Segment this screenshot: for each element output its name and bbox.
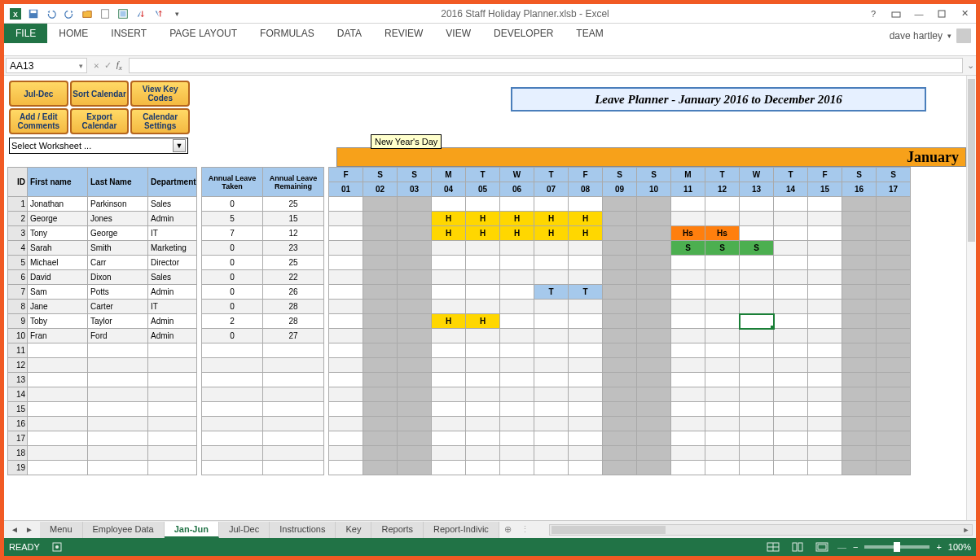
day-cell[interactable] bbox=[363, 314, 398, 329]
save-icon[interactable] bbox=[25, 6, 42, 22]
date-header[interactable]: 16 bbox=[842, 182, 877, 197]
day-cell[interactable] bbox=[329, 314, 363, 329]
day-cell[interactable] bbox=[603, 256, 637, 270]
day-cell[interactable] bbox=[637, 300, 671, 314]
day-cell[interactable] bbox=[329, 226, 363, 241]
day-cell[interactable] bbox=[808, 329, 842, 343]
day-cell[interactable] bbox=[534, 461, 569, 475]
day-cell[interactable] bbox=[774, 197, 808, 212]
day-cell[interactable] bbox=[705, 387, 740, 402]
day-cell[interactable] bbox=[671, 314, 705, 329]
day-cell[interactable] bbox=[603, 358, 637, 373]
day-cell[interactable]: Hs bbox=[671, 226, 705, 241]
day-cell[interactable] bbox=[534, 402, 569, 417]
day-cell[interactable] bbox=[432, 446, 466, 461]
day-cell[interactable] bbox=[774, 387, 808, 402]
sheet-tab-menu[interactable]: Menu bbox=[40, 522, 83, 538]
day-cell[interactable] bbox=[363, 402, 398, 417]
column-header[interactable]: Last Name bbox=[88, 168, 148, 197]
day-cell[interactable] bbox=[774, 358, 808, 373]
day-cell[interactable] bbox=[774, 417, 808, 431]
day-header[interactable]: T bbox=[705, 168, 740, 182]
day-cell[interactable] bbox=[329, 241, 363, 256]
day-cell[interactable] bbox=[877, 241, 911, 256]
formula-input[interactable] bbox=[129, 58, 963, 73]
first-name[interactable] bbox=[28, 358, 88, 373]
close-icon[interactable]: ✕ bbox=[953, 5, 976, 23]
redo-icon[interactable] bbox=[61, 6, 77, 22]
undo-icon[interactable] bbox=[43, 6, 59, 22]
day-cell[interactable] bbox=[500, 461, 534, 475]
day-cell[interactable] bbox=[603, 373, 637, 387]
day-cell[interactable] bbox=[740, 343, 774, 358]
day-cell[interactable] bbox=[398, 343, 432, 358]
day-cell[interactable] bbox=[363, 329, 398, 343]
day-cell[interactable] bbox=[329, 358, 363, 373]
leave-remaining[interactable] bbox=[263, 402, 324, 417]
fx-icon[interactable]: fx bbox=[116, 59, 122, 72]
day-header[interactable]: T bbox=[534, 168, 569, 182]
leave-remaining[interactable] bbox=[263, 461, 324, 475]
day-cell[interactable] bbox=[432, 358, 466, 373]
minimize-icon[interactable]: — bbox=[907, 5, 930, 23]
day-cell[interactable] bbox=[432, 461, 466, 475]
day-cell[interactable] bbox=[637, 329, 671, 343]
day-cell[interactable] bbox=[877, 256, 911, 270]
day-cell[interactable] bbox=[740, 373, 774, 387]
day-cell[interactable] bbox=[705, 373, 740, 387]
first-name[interactable] bbox=[28, 461, 88, 475]
day-cell[interactable] bbox=[877, 285, 911, 300]
leave-taken[interactable] bbox=[202, 373, 263, 387]
day-cell[interactable] bbox=[534, 417, 569, 431]
day-cell[interactable] bbox=[534, 329, 569, 343]
day-cell[interactable] bbox=[842, 329, 877, 343]
day-cell[interactable] bbox=[808, 212, 842, 226]
day-cell[interactable] bbox=[466, 329, 500, 343]
day-cell[interactable] bbox=[705, 431, 740, 446]
planner-grid[interactable]: IDFirst nameLast NameDepartmentAnnual Le… bbox=[7, 167, 966, 520]
preview-icon[interactable] bbox=[115, 6, 131, 22]
day-cell[interactable] bbox=[774, 285, 808, 300]
day-cell[interactable]: S bbox=[671, 241, 705, 256]
day-cell[interactable] bbox=[569, 387, 603, 402]
day-cell[interactable] bbox=[398, 431, 432, 446]
day-cell[interactable] bbox=[500, 343, 534, 358]
day-cell[interactable] bbox=[569, 329, 603, 343]
day-cell[interactable] bbox=[705, 270, 740, 285]
day-cell[interactable]: H bbox=[534, 212, 569, 226]
day-cell[interactable] bbox=[705, 402, 740, 417]
sheet-tab-key[interactable]: Key bbox=[336, 522, 371, 538]
day-cell[interactable] bbox=[637, 358, 671, 373]
calendar-settings-button[interactable]: Calendar Settings bbox=[130, 108, 190, 134]
day-cell[interactable] bbox=[808, 343, 842, 358]
cancel-fx-icon[interactable]: ✕ bbox=[94, 60, 99, 71]
enter-fx-icon[interactable]: ✓ bbox=[104, 60, 112, 71]
day-cell[interactable] bbox=[363, 431, 398, 446]
day-cell[interactable] bbox=[808, 431, 842, 446]
day-cell[interactable] bbox=[808, 387, 842, 402]
day-cell[interactable] bbox=[774, 461, 808, 475]
day-header[interactable]: S bbox=[877, 168, 911, 182]
day-header[interactable]: M bbox=[432, 168, 466, 182]
day-cell[interactable] bbox=[671, 387, 705, 402]
day-cell[interactable] bbox=[569, 431, 603, 446]
day-cell[interactable] bbox=[808, 417, 842, 431]
day-cell[interactable] bbox=[774, 212, 808, 226]
zoom-level[interactable]: 100% bbox=[948, 542, 971, 552]
day-header[interactable]: M bbox=[671, 168, 705, 182]
day-cell[interactable]: H bbox=[466, 212, 500, 226]
day-cell[interactable] bbox=[877, 343, 911, 358]
day-cell[interactable] bbox=[569, 343, 603, 358]
day-header[interactable]: S bbox=[603, 168, 637, 182]
day-cell[interactable] bbox=[398, 358, 432, 373]
day-cell[interactable] bbox=[705, 314, 740, 329]
day-cell[interactable] bbox=[603, 387, 637, 402]
day-cell[interactable] bbox=[398, 373, 432, 387]
page-break-view-icon[interactable] bbox=[813, 540, 831, 554]
day-cell[interactable] bbox=[432, 256, 466, 270]
day-cell[interactable] bbox=[842, 358, 877, 373]
day-cell[interactable] bbox=[877, 446, 911, 461]
day-cell[interactable] bbox=[877, 329, 911, 343]
day-cell[interactable] bbox=[877, 314, 911, 329]
day-cell[interactable] bbox=[877, 417, 911, 431]
